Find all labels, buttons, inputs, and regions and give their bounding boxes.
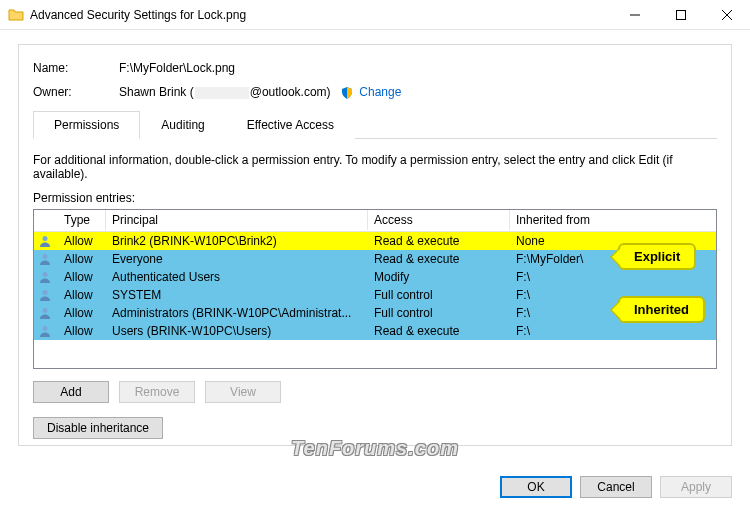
remove-button[interactable]: Remove — [119, 381, 195, 403]
callout-inherited: Inherited — [618, 296, 705, 323]
inheritance-buttons: Disable inheritance — [33, 417, 717, 439]
disable-inheritance-button[interactable]: Disable inheritance — [33, 417, 163, 439]
dialog-buttons: OK Cancel Apply — [500, 476, 732, 498]
cell-type: Allow — [58, 323, 106, 339]
cell-principal: Users (BRINK-W10PC\Users) — [106, 323, 368, 339]
owner-label: Owner: — [33, 85, 119, 100]
user-icon — [34, 324, 58, 338]
cell-type: Allow — [58, 251, 106, 267]
cell-access: Read & execute — [368, 323, 510, 339]
table-header: Type Principal Access Inherited from — [34, 210, 716, 232]
table-row[interactable]: AllowAuthenticated UsersModifyF:\ — [34, 268, 716, 286]
cell-principal: Authenticated Users — [106, 269, 368, 285]
info-text: For additional information, double-click… — [33, 153, 717, 181]
cell-type: Allow — [58, 269, 106, 285]
svg-point-2 — [43, 254, 48, 259]
table-row[interactable]: AllowUsers (BRINK-W10PC\Users)Read & exe… — [34, 322, 716, 340]
svg-point-5 — [43, 308, 48, 313]
cell-access: Read & execute — [368, 251, 510, 267]
shield-icon — [340, 86, 354, 100]
change-owner-link[interactable]: Change — [359, 85, 401, 99]
svg-point-3 — [43, 272, 48, 277]
cell-access: Modify — [368, 269, 510, 285]
name-label: Name: — [33, 61, 119, 75]
cell-type: Allow — [58, 305, 106, 321]
user-icon — [34, 288, 58, 302]
cell-type: Allow — [58, 287, 106, 303]
redacted-email — [195, 87, 249, 99]
titlebar: Advanced Security Settings for Lock.png — [0, 0, 750, 30]
cell-type: Allow — [58, 233, 106, 249]
callout-explicit: Explicit — [618, 243, 696, 270]
col-inherited[interactable]: Inherited from — [510, 210, 716, 230]
owner-value: Shawn Brink (@outlook.com) Change — [119, 85, 401, 100]
col-access[interactable]: Access — [368, 210, 510, 230]
tab-permissions[interactable]: Permissions — [33, 111, 140, 139]
user-icon — [34, 234, 58, 248]
name-value: F:\MyFolder\Lock.png — [119, 61, 235, 75]
tab-effective-access[interactable]: Effective Access — [226, 111, 355, 139]
close-button[interactable] — [704, 0, 750, 30]
cell-principal: Brink2 (BRINK-W10PC\Brink2) — [106, 233, 368, 249]
cell-access: Read & execute — [368, 233, 510, 249]
cell-principal: SYSTEM — [106, 287, 368, 303]
tabs: Permissions Auditing Effective Access — [33, 110, 717, 139]
name-row: Name: F:\MyFolder\Lock.png — [33, 61, 717, 75]
col-type[interactable]: Type — [58, 210, 106, 230]
minimize-button[interactable] — [612, 0, 658, 30]
list-label: Permission entries: — [33, 191, 717, 205]
cell-access: Full control — [368, 305, 510, 321]
col-principal[interactable]: Principal — [106, 210, 368, 230]
owner-row: Owner: Shawn Brink (@outlook.com) Change — [33, 85, 717, 100]
svg-point-4 — [43, 290, 48, 295]
cancel-button[interactable]: Cancel — [580, 476, 652, 498]
user-icon — [34, 252, 58, 266]
svg-point-6 — [43, 326, 48, 331]
permissions-table: Type Principal Access Inherited from All… — [33, 209, 717, 369]
view-button[interactable]: View — [205, 381, 281, 403]
cell-principal: Everyone — [106, 251, 368, 267]
user-icon — [34, 306, 58, 320]
cell-inherited: F:\ — [510, 323, 716, 339]
window-controls — [612, 0, 750, 30]
entry-buttons: Add Remove View — [33, 381, 717, 403]
add-button[interactable]: Add — [33, 381, 109, 403]
svg-rect-0 — [677, 10, 686, 19]
svg-point-1 — [43, 236, 48, 241]
window-title: Advanced Security Settings for Lock.png — [30, 8, 612, 22]
maximize-button[interactable] — [658, 0, 704, 30]
owner-name: Shawn Brink — [119, 85, 186, 99]
apply-button[interactable]: Apply — [660, 476, 732, 498]
folder-icon — [8, 7, 24, 23]
cell-inherited: F:\ — [510, 269, 716, 285]
cell-principal: Administrators (BRINK-W10PC\Administrat.… — [106, 305, 368, 321]
tab-auditing[interactable]: Auditing — [140, 111, 225, 139]
owner-email-suffix: @outlook.com) — [250, 85, 331, 99]
ok-button[interactable]: OK — [500, 476, 572, 498]
user-icon — [34, 270, 58, 284]
cell-access: Full control — [368, 287, 510, 303]
